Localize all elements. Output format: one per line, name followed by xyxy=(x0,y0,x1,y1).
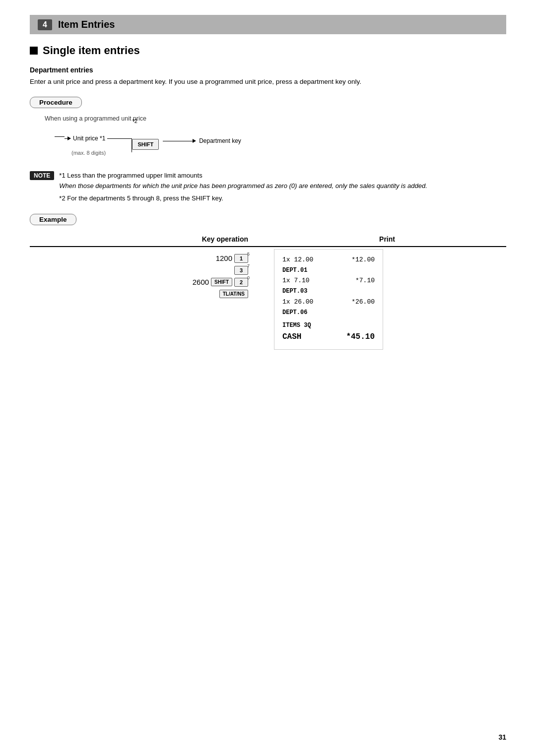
receipt-line-6: DEPT.06 xyxy=(282,308,375,317)
key-row-1: 1200 15 xyxy=(216,254,248,263)
key-number-2600: 2600 xyxy=(193,278,209,286)
note-line-3: *2 For the departments 5 through 8, pres… xyxy=(59,193,427,204)
print-cell: 1x 12.00 *12.00 DEPT.01 1x 7.10 *7.10 DE… xyxy=(268,247,506,352)
example-badge: Example xyxy=(30,214,76,225)
receipt: 1x 12.00 *12.00 DEPT.01 1x 7.10 *7.10 DE… xyxy=(274,249,383,350)
key-btn-1: 15 xyxy=(234,254,248,263)
dept-entries-desc: Enter a unit price and press a departmen… xyxy=(30,77,506,87)
key-btn-3: 37 xyxy=(234,266,248,275)
receipt-right-5: *26.00 xyxy=(351,297,375,308)
table-row: 1200 15 37 2600 SHIFT xyxy=(30,247,506,352)
receipt-left-1: 1x 12.00 xyxy=(282,254,313,265)
dept-entries-title: Department entries xyxy=(30,66,506,74)
receipt-left-5: 1x 26.00 xyxy=(282,297,313,308)
dept-key-label: Department key xyxy=(199,137,241,144)
section-header: 4 Item Entries xyxy=(30,15,506,34)
receipt-line-3: 1x 7.10 *7.10 xyxy=(282,275,375,286)
receipt-line-5: 1x 26.00 *26.00 xyxy=(282,297,375,308)
example-table: Key operation Print 1200 15 xyxy=(30,232,506,352)
shift-key-box: SHIFT xyxy=(132,139,159,150)
key-btn-shift: SHIFT xyxy=(211,278,232,286)
unit-price-label: Unit price *1 xyxy=(73,135,105,142)
note-line-1: *1 Less than the programmed upper limit … xyxy=(59,171,427,181)
receipt-line-1: 1x 12.00 *12.00 xyxy=(282,254,375,265)
key-row-4: TL/AT/NS xyxy=(219,290,248,298)
receipt-right-3: *7.10 xyxy=(355,275,375,286)
key-btn-2: 20 xyxy=(234,278,248,287)
procedure-diagram: When using a programmed unit price Unit … xyxy=(45,115,506,156)
receipt-dept06: DEPT.06 xyxy=(282,308,307,317)
star2-label: *2 xyxy=(132,118,137,124)
receipt-line-cash: CASH *45.10 xyxy=(282,330,375,344)
key-row-3: 2600 SHIFT 20 xyxy=(193,278,248,287)
section-title: Item Entries xyxy=(58,19,115,30)
note-badge: NOTE xyxy=(30,171,54,180)
receipt-line-4: DEPT.03 xyxy=(282,286,375,296)
receipt-line-2: DEPT.01 xyxy=(282,265,375,275)
page-number: 31 xyxy=(498,733,506,741)
key-op-layout: 1200 15 37 2600 SHIFT xyxy=(36,249,248,298)
key-number-1200: 1200 xyxy=(216,254,232,262)
col-key-operation: Key operation xyxy=(30,232,268,247)
receipt-cash-label: CASH xyxy=(282,330,301,344)
receipt-right-1: *12.00 xyxy=(351,254,375,265)
note-line-2: When those departments for which the uni… xyxy=(59,181,427,191)
when-label: When using a programmed unit price xyxy=(45,115,506,122)
note-text: *1 Less than the programmed upper limit … xyxy=(59,171,427,203)
key-tlatns: TL/AT/NS xyxy=(219,290,248,298)
section-number: 4 xyxy=(38,19,52,30)
receipt-items: ITEMS 3Q xyxy=(282,320,311,330)
dept-entries-section: Department entries Enter a unit price an… xyxy=(30,66,506,87)
receipt-line-items: ITEMS 3Q xyxy=(282,320,375,330)
key-row-2: 37 xyxy=(234,266,248,275)
col-print: Print xyxy=(268,232,506,247)
receipt-left-3: 1x 7.10 xyxy=(282,275,310,286)
black-square-icon xyxy=(30,47,38,55)
receipt-dept01: DEPT.01 xyxy=(282,265,307,275)
receipt-cash-value: *45.10 xyxy=(346,330,375,344)
procedure-badge: Procedure xyxy=(30,97,82,108)
sub-heading: Single item entries xyxy=(30,44,506,57)
note-section: NOTE *1 Less than the programmed upper l… xyxy=(30,171,506,203)
receipt-dept03: DEPT.03 xyxy=(282,286,307,296)
key-operation-cell: 1200 15 37 2600 SHIFT xyxy=(30,247,268,352)
sub-heading-text: Single item entries xyxy=(43,44,140,57)
max-digits-label: (max. 8 digits) xyxy=(71,150,106,156)
